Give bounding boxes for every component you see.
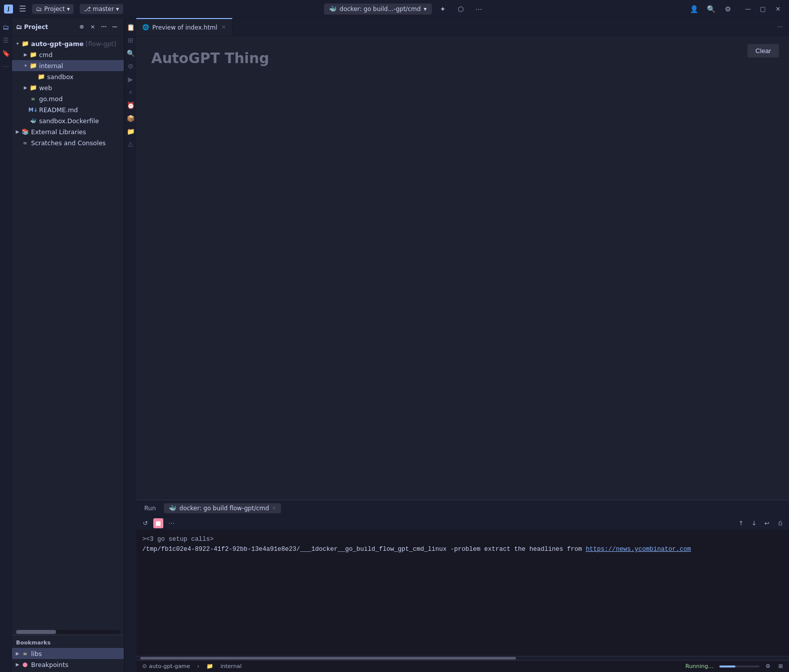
- terminal-area: Run 🐳 docker: go build flow-gpt/cmd ✕ ↺ …: [136, 500, 789, 660]
- tree-item-cmd[interactable]: ▶ 📁 cmd: [12, 49, 124, 60]
- right-icon-packages[interactable]: 📦: [126, 113, 136, 123]
- tree-item-root[interactable]: ▾ 📁 auto-gpt-game [flow-gpt]: [12, 38, 124, 49]
- bookmark-label-breakpoints: Breakpoints: [31, 661, 68, 668]
- hide-panel-btn[interactable]: —: [110, 22, 120, 32]
- terminal-line-output: /tmp/fb1c02e4-8922-41f2-92bb-13e4a91e8e2…: [142, 544, 783, 554]
- print-btn[interactable]: ⎙: [775, 518, 785, 528]
- right-icon-problems[interactable]: ⚠: [126, 139, 136, 149]
- maximize-button[interactable]: □: [756, 2, 770, 16]
- terminal-toolbar: ↺ ■ ⋯ ↑ ↓ ↩ ⎙: [136, 516, 789, 530]
- tree-item-dockerfile[interactable]: 🐳 sandbox.Dockerfile: [12, 115, 124, 126]
- tree-item-web[interactable]: ▶ 📁 web: [12, 82, 124, 93]
- right-icon-ai[interactable]: ⚡: [126, 87, 136, 97]
- chevron-breakpoints: ▶: [14, 661, 21, 668]
- project-icon: 🗂: [36, 6, 42, 13]
- content-area: 🌐 Preview of index.html ✕ ⋯ Clear AutoGP…: [136, 18, 789, 672]
- run-configuration-tab[interactable]: 🐳 docker: go build...-gpt/cmd ▾: [324, 4, 432, 15]
- folder-icon-web: 📁: [29, 84, 37, 92]
- tree-item-sandbox[interactable]: 📁 sandbox: [12, 71, 124, 82]
- terminal-scrollbar-thumb[interactable]: [140, 657, 516, 659]
- stop-button[interactable]: ■: [153, 518, 163, 528]
- right-icon-search[interactable]: 🔍: [126, 48, 136, 58]
- tree-item-readme[interactable]: M↓ README.md: [12, 104, 124, 115]
- run-tab-dropdown-icon: ▾: [424, 6, 427, 13]
- tab-close-btn[interactable]: ✕: [221, 24, 226, 31]
- collapse-btn[interactable]: ×: [88, 22, 98, 32]
- right-icon-notifications[interactable]: 📋: [126, 22, 136, 32]
- sidebar-icon-more[interactable]: ⋯: [1, 61, 11, 71]
- chevron-gomod: [22, 95, 29, 102]
- terminal-more-btn[interactable]: ⋯: [166, 518, 176, 528]
- terminal-tab-run[interactable]: Run: [140, 503, 160, 514]
- terminal-link[interactable]: https://news.ycombinator.com: [586, 546, 691, 553]
- scroll-up-btn[interactable]: ↑: [736, 518, 746, 528]
- folder-icon-root: 📁: [21, 40, 29, 48]
- wrap-lines-btn[interactable]: ↩: [762, 518, 772, 528]
- tab-bar-actions: ⋯: [771, 18, 789, 36]
- sidebar-icon-project[interactable]: 🗂: [1, 22, 11, 32]
- libs-icon: ≡: [21, 649, 29, 657]
- md-icon: M↓: [29, 106, 37, 114]
- sidebar-icon-nav[interactable]: ☰: [1, 35, 11, 45]
- folder-icon-cmd: 📁: [29, 51, 37, 59]
- gomod-icon: ≡: [29, 95, 37, 103]
- tab-preview-index[interactable]: 🌐 Preview of index.html ✕: [136, 18, 232, 36]
- branch-selector[interactable]: ⎇ master ▾: [80, 4, 123, 14]
- right-icon-run[interactable]: ▶: [126, 74, 136, 84]
- tab-icon: 🌐: [142, 24, 149, 31]
- docker-file-icon: 🐳: [29, 117, 37, 125]
- new-file-btn[interactable]: ⊕: [77, 22, 87, 32]
- tree-scrollbar[interactable]: [16, 630, 120, 634]
- status-layout-btn[interactable]: ⊞: [776, 663, 785, 669]
- more-options-btn[interactable]: ⋯: [99, 22, 109, 32]
- search-btn[interactable]: 🔍: [704, 2, 718, 16]
- preview-area: Clear AutoGPT Thing: [136, 36, 789, 500]
- status-right: Running... ⚙ ⊞: [683, 663, 785, 669]
- status-progress-bar: [719, 665, 759, 667]
- run-button[interactable]: ✦: [436, 2, 450, 16]
- terminal-tab-docker[interactable]: 🐳 docker: go build flow-gpt/cmd ✕: [164, 503, 281, 513]
- status-running: Running...: [683, 663, 715, 669]
- tab-bar-more[interactable]: ⋯: [775, 22, 785, 32]
- profile-icon-btn[interactable]: 👤: [687, 2, 701, 16]
- right-icon-structure[interactable]: ⊞: [126, 35, 136, 45]
- status-project-label: auto-gpt-game: [149, 663, 190, 669]
- folder-icon-sandbox: 📁: [37, 73, 45, 81]
- status-settings-btn[interactable]: ⚙: [763, 663, 772, 669]
- terminal-content: ><3 go setup calls> /tmp/fb1c02e4-8922-4…: [136, 530, 789, 656]
- clear-button[interactable]: Clear: [747, 44, 779, 58]
- tree-item-internal[interactable]: ▾ 📁 internal: [12, 60, 124, 71]
- status-project-icon: ⊙: [142, 663, 147, 669]
- status-project[interactable]: ⊙ auto-gpt-game: [140, 663, 192, 669]
- right-icon-settings2[interactable]: ⚙: [126, 61, 136, 71]
- tree-item-scratches[interactable]: ≡ Scratches and Consoles: [12, 137, 124, 148]
- tree-label-gomod: go.mod: [39, 95, 63, 103]
- project-selector[interactable]: 🗂 Project ▾: [32, 4, 74, 14]
- preview-title: AutoGPT Thing: [151, 50, 774, 67]
- debug-button[interactable]: ⬡: [454, 2, 468, 16]
- more-run-options[interactable]: ⋯: [472, 2, 486, 16]
- sidebar-icon-bookmarks[interactable]: 🔖: [1, 48, 11, 58]
- tree-item-extlibs[interactable]: ▶ 📚 External Libraries: [12, 126, 124, 137]
- scroll-down-btn[interactable]: ↓: [749, 518, 759, 528]
- close-button[interactable]: ✕: [771, 2, 785, 16]
- right-icon-time[interactable]: ⏰: [126, 100, 136, 110]
- project-dropdown-icon: ▾: [67, 6, 70, 13]
- tree-scrollbar-thumb: [16, 630, 56, 634]
- breakpoint-icon: ●: [21, 660, 29, 668]
- bookmark-item-libs[interactable]: ▶ ≡ libs: [12, 648, 124, 659]
- tree-item-gomod[interactable]: ≡ go.mod: [12, 93, 124, 104]
- right-icon-files[interactable]: 📁: [126, 126, 136, 136]
- chevron-cmd: ▶: [22, 51, 29, 58]
- minimize-button[interactable]: —: [741, 2, 755, 16]
- terminal-output-pre: /tmp/fb1c02e4-8922-41f2-92bb-13e4a91e8e2…: [142, 546, 586, 553]
- rerun-button[interactable]: ↺: [140, 518, 150, 528]
- docker-icon: 🐳: [329, 6, 337, 13]
- tree-label-scratches: Scratches and Consoles: [31, 139, 106, 147]
- file-panel-header: 🗂 Project ⊕ × ⋯ —: [12, 18, 124, 36]
- terminal-tab-close[interactable]: ✕: [272, 505, 276, 511]
- run-tab-label: docker: go build...-gpt/cmd: [340, 6, 421, 13]
- bookmark-item-breakpoints[interactable]: ▶ ● Breakpoints: [12, 659, 124, 670]
- menu-icon[interactable]: ☰: [17, 3, 28, 15]
- settings-btn[interactable]: ⚙: [721, 2, 735, 16]
